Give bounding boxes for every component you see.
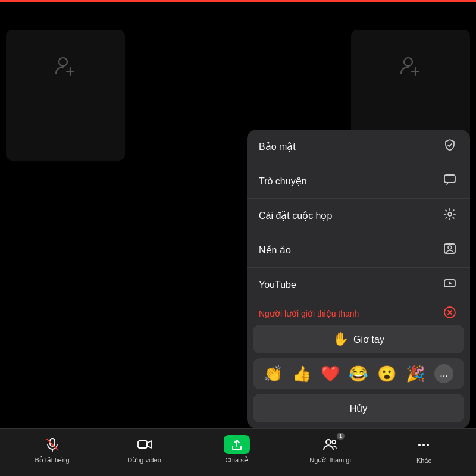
mic-slash-icon [39, 435, 65, 454]
svg-point-21 [332, 440, 336, 444]
top-strip [0, 0, 476, 2]
toolbar-participants-label: Người tham gi [309, 456, 351, 464]
shield-icon [441, 139, 458, 155]
svg-line-17 [47, 439, 58, 450]
toolbar-video-label: Dừng video [127, 456, 161, 464]
toolbar-share-label: Chia sẻ [226, 456, 248, 464]
menu-item-chat-label: Trò chuyện [259, 176, 307, 187]
svg-marker-11 [449, 281, 452, 285]
menu-item-chat[interactable]: Trò chuyện [247, 164, 470, 199]
reaction-party[interactable]: 🎉 [406, 366, 425, 381]
menu-item-more[interactable]: Người lưới giới thiệu thanh [247, 302, 470, 325]
svg-point-7 [448, 212, 452, 216]
menu-item-security-label: Bảo mật [259, 141, 296, 152]
svg-point-24 [427, 444, 429, 446]
reaction-laugh[interactable]: 😂 [349, 366, 368, 381]
menu-item-more-label: Người lưới giới thiệu thanh [259, 309, 359, 318]
cancel-label: Hủy [350, 403, 368, 414]
dots-icon [411, 436, 437, 455]
raise-hand-label: Giơ tay [353, 334, 384, 345]
toolbar-item-share[interactable]: Chia sẻ [217, 435, 256, 464]
toolbar-item-participants[interactable]: 1 Người tham gi [309, 435, 351, 464]
toolbar-item-mute[interactable]: Bỏ tắt tiếng [33, 435, 71, 464]
toolbar-item-video[interactable]: Dừng video [125, 435, 164, 464]
menu-item-settings[interactable]: Cài đặt cuộc họp [247, 199, 470, 233]
svg-point-3 [404, 58, 412, 66]
add-person-icon-right [399, 54, 422, 83]
menu-list: Bảo mật Trò chuyện Cài đặt cuộc họp [247, 130, 470, 325]
menu-item-security[interactable]: Bảo mật [247, 130, 470, 164]
emoji-reactions-row: 👏 👍 ❤️ 😂 😮 🎉 ... [253, 358, 464, 389]
toolbar-mute-label: Bỏ tắt tiếng [35, 456, 69, 464]
reaction-wow[interactable]: 😮 [377, 366, 396, 381]
toolbar: Bỏ tắt tiếng Dừng video Chia sẻ [0, 428, 476, 476]
menu-item-youtube[interactable]: YouTube [247, 268, 470, 302]
svg-point-23 [422, 444, 425, 446]
play-circle-icon [441, 277, 458, 293]
svg-point-22 [418, 444, 421, 446]
toolbar-item-more[interactable]: Khác [405, 436, 443, 464]
more-reactions-icon: ... [440, 368, 447, 379]
participant-tile-left [6, 30, 125, 161]
menu-item-youtube-label: YouTube [259, 280, 296, 290]
svg-point-20 [326, 440, 331, 444]
gear-icon [441, 208, 458, 224]
video-cam-icon [131, 435, 158, 454]
reaction-clap[interactable]: 👏 [264, 366, 283, 381]
cancel-button[interactable]: Hủy [253, 394, 464, 422]
menu-item-virtual-bg-label: Nền ảo [259, 245, 291, 256]
add-person-icon-left [54, 54, 77, 83]
reaction-thumbs-up[interactable]: 👍 [292, 366, 311, 381]
menu-item-settings-label: Cài đặt cuộc họp [259, 210, 332, 221]
reaction-heart[interactable]: ❤️ [321, 366, 340, 381]
svg-point-0 [59, 58, 67, 66]
more-circle-icon [441, 306, 458, 322]
people-icon: 1 [317, 435, 343, 454]
svg-point-9 [448, 246, 452, 249]
svg-rect-18 [138, 441, 147, 448]
toolbar-more-label: Khác [416, 457, 431, 464]
more-reactions-button[interactable]: ... [434, 364, 453, 383]
chat-icon [441, 173, 458, 189]
menu-item-virtual-bg[interactable]: Nền ảo [247, 233, 470, 268]
share-icon [224, 435, 250, 454]
raise-hand-button[interactable]: ✋ Giơ tay [253, 325, 464, 353]
participants-badge: 1 [337, 433, 345, 440]
svg-rect-6 [444, 175, 455, 183]
bottom-sheet: Bảo mật Trò chuyện Cài đặt cuộc họp [247, 130, 470, 428]
portrait-icon [441, 242, 458, 258]
raise-hand-emoji: ✋ [333, 331, 349, 347]
